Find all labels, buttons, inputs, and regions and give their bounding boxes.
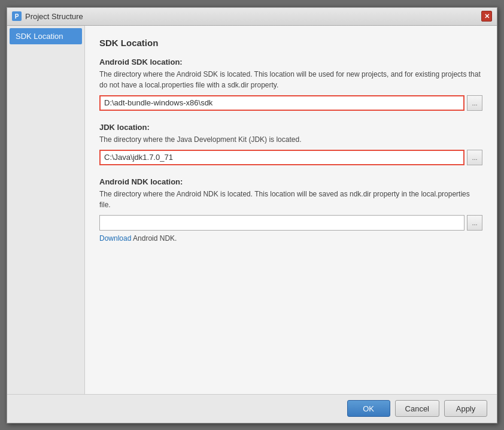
dialog-title: Project Structure (25, 12, 83, 21)
android-ndk-input[interactable] (99, 215, 464, 231)
jdk-group: JDK location: The directory where the Ja… (99, 123, 482, 165)
android-ndk-label: Android NDK location: (99, 177, 482, 186)
cancel-button[interactable]: Cancel (395, 400, 439, 417)
android-sdk-group: Android SDK location: The directory wher… (99, 57, 482, 111)
jdk-field-row: ... (99, 150, 482, 165)
android-sdk-description: The directory where the Android SDK is l… (99, 69, 482, 90)
android-ndk-field-row: ... (99, 215, 482, 231)
title-bar-left: P Project Structure (12, 11, 83, 21)
apply-button[interactable]: Apply (444, 400, 487, 417)
dialog-body: SDK Location SDK Location Android SDK lo… (7, 26, 497, 394)
android-ndk-description: The directory where the Android NDK is l… (99, 189, 482, 210)
jdk-browse-button[interactable]: ... (467, 150, 482, 165)
sidebar: SDK Location (7, 26, 85, 394)
ndk-note: Download Android NDK. (99, 234, 482, 243)
jdk-input[interactable] (99, 150, 464, 165)
android-sdk-field-row: ... (99, 95, 482, 111)
main-content: SDK Location Android SDK location: The d… (85, 26, 497, 394)
dialog-footer: OK Cancel Apply (7, 394, 497, 423)
jdk-description: The directory where the Java Development… (99, 134, 482, 145)
android-sdk-browse-button[interactable]: ... (467, 95, 482, 111)
ok-button[interactable]: OK (347, 400, 390, 417)
android-sdk-input[interactable] (99, 95, 464, 111)
android-ndk-group: Android NDK location: The directory wher… (99, 177, 482, 243)
sidebar-item-sdk-location[interactable]: SDK Location (10, 28, 82, 44)
dialog-icon: P (12, 11, 22, 21)
download-ndk-link[interactable]: Download (99, 234, 131, 243)
android-sdk-label: Android SDK location: (99, 57, 482, 66)
project-structure-dialog: P Project Structure ✕ SDK Location SDK L… (7, 7, 497, 423)
android-ndk-browse-button[interactable]: ... (467, 215, 482, 231)
section-title: SDK Location (99, 38, 482, 48)
jdk-label: JDK location: (99, 123, 482, 132)
title-bar: P Project Structure ✕ (7, 8, 497, 26)
close-button[interactable]: ✕ (481, 11, 492, 22)
